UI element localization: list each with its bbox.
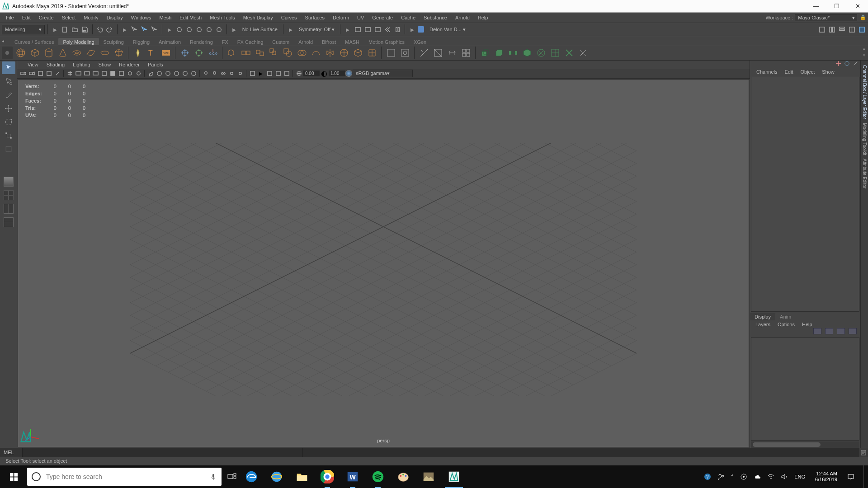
vp-bookmark-button[interactable] <box>28 70 36 78</box>
command-input[interactable] <box>23 448 303 457</box>
channelbox-menu-edit[interactable]: Edit <box>781 68 797 75</box>
vp-arrow-icon[interactable]: ▸ <box>257 70 265 78</box>
layers-menu-layers[interactable]: Layers <box>752 321 774 328</box>
mic-icon[interactable] <box>210 473 217 480</box>
vp-grease-button[interactable] <box>53 70 61 78</box>
vp-2d-pan-button[interactable] <box>45 70 53 78</box>
notifications-tray-icon[interactable] <box>847 473 854 480</box>
boolean-intersect-button[interactable] <box>296 47 308 59</box>
menu-surfaces[interactable]: Surfaces <box>301 14 329 21</box>
connect-button[interactable] <box>446 47 458 59</box>
menu-windows[interactable]: Windows <box>127 14 156 21</box>
workspace-selector[interactable]: Maya Classic*▾ <box>795 14 857 21</box>
module-selector[interactable]: Modeling▾ <box>2 25 45 34</box>
wifi-tray-icon[interactable] <box>767 473 774 480</box>
target-weld-button[interactable] <box>432 47 444 59</box>
vp-view-transform-toggle[interactable] <box>345 70 352 77</box>
vp-gamma-field[interactable]: 1.00 <box>329 70 345 76</box>
menu-display[interactable]: Display <box>103 14 127 21</box>
remesh-button[interactable] <box>366 47 378 59</box>
poly-sphere-button[interactable] <box>14 47 27 59</box>
layer-tab-display[interactable]: Display <box>750 313 775 320</box>
vp-light-all-button[interactable] <box>210 70 218 78</box>
language-indicator[interactable]: ENG <box>794 474 805 479</box>
side-tab-attribute-editor[interactable]: Attribute Editor <box>862 157 868 190</box>
layout-button[interactable] <box>2 216 15 229</box>
vp-resolution-gate-toggle[interactable] <box>83 70 91 78</box>
collapse-group-icon[interactable]: ▸ <box>408 25 417 34</box>
word-app[interactable]: W <box>340 465 365 488</box>
menu-modify[interactable]: Modify <box>80 14 102 21</box>
shelf-scroll[interactable]: ▴▾ <box>861 46 867 60</box>
layers-menu-options[interactable]: Options <box>774 321 798 328</box>
side-tab-modeling-toolkit[interactable]: Modeling Toolkit <box>862 121 868 157</box>
quaddraw-button[interactable] <box>460 47 472 59</box>
layer-button-2[interactable] <box>825 328 833 334</box>
vp-select-camera-button[interactable] <box>19 70 27 78</box>
scale-tool[interactable] <box>2 129 15 142</box>
snap-plane-button[interactable] <box>205 25 214 34</box>
manip-icon[interactable] <box>835 61 841 66</box>
new-scene-button[interactable] <box>61 25 70 34</box>
vp-xray-joints-button[interactable] <box>164 70 172 78</box>
collapse-group-icon[interactable]: ▸ <box>286 25 295 34</box>
snap-curve-button[interactable] <box>185 25 194 34</box>
poly-svg-button[interactable]: SVG <box>160 47 172 59</box>
vp-light-flat-button[interactable] <box>227 70 236 78</box>
select-by-hierarchy-button[interactable] <box>130 25 139 34</box>
bevel-button[interactable] <box>493 47 505 59</box>
menu-edit-mesh[interactable]: Edit Mesh <box>175 14 206 21</box>
bridge-button[interactable] <box>507 47 519 59</box>
vp-snap1-button[interactable] <box>265 70 274 78</box>
collapse-edge-button[interactable] <box>549 47 561 59</box>
save-scene-button[interactable] <box>80 25 90 34</box>
vp-wireframe-button[interactable] <box>100 70 108 78</box>
account-dropdown[interactable]: Delon Van D... ▾ <box>427 27 468 33</box>
toggle-outliner-button[interactable] <box>837 25 846 34</box>
script-language-selector[interactable]: MEL <box>0 448 23 457</box>
open-scene-button[interactable] <box>71 25 80 34</box>
vp-colorspace-dropdown[interactable]: sRGB gamma ▾ <box>353 70 413 77</box>
volume-tray-icon[interactable] <box>781 473 788 480</box>
vp-grid-toggle[interactable] <box>66 70 74 78</box>
vp-lights-button[interactable] <box>126 70 134 78</box>
menu-create[interactable]: Create <box>35 14 58 21</box>
fill-hole-button[interactable] <box>535 47 547 59</box>
extract-button[interactable] <box>254 47 266 59</box>
boolean-union-button[interactable] <box>268 47 280 59</box>
menu-mesh[interactable]: Mesh <box>155 14 175 21</box>
poly-superellipse-button[interactable] <box>132 47 144 59</box>
menu-mesh-display[interactable]: Mesh Display <box>239 14 277 21</box>
tray-chevron-icon[interactable]: ˄ <box>731 474 734 480</box>
select-by-component-button[interactable] <box>150 25 159 34</box>
menu-generate[interactable]: Generate <box>368 14 397 21</box>
render-frame-button[interactable] <box>363 25 372 34</box>
photos-app[interactable] <box>416 465 441 488</box>
poly-cylinder-button[interactable] <box>42 47 55 59</box>
collapse-group-icon[interactable]: ▸ <box>343 25 352 34</box>
layers-menu-help[interactable]: Help <box>798 321 816 328</box>
taskbar-clock[interactable]: 12:44 AM6/16/2019 <box>811 471 841 483</box>
boolean-diff-button[interactable] <box>282 47 294 59</box>
vp-aa-button[interactable] <box>189 70 198 78</box>
paint-app[interactable] <box>391 465 416 488</box>
delete-edge-button[interactable] <box>563 47 575 59</box>
toggle-modeling-toolkit-button[interactable] <box>817 25 826 34</box>
start-button[interactable] <box>0 465 27 488</box>
rewind-button[interactable] <box>383 25 392 34</box>
show-desktop-button[interactable] <box>863 465 866 488</box>
vp-shaded-button[interactable] <box>108 70 117 78</box>
lock-icon[interactable]: 🔒 <box>860 14 866 21</box>
close-button[interactable]: ✕ <box>847 0 868 13</box>
mirror-button[interactable] <box>324 47 336 59</box>
side-tab-channel-box-layer-editor[interactable]: Channel Box / Layer Editor <box>862 63 868 121</box>
snap-grid-button[interactable] <box>175 25 184 34</box>
select-by-object-button[interactable] <box>140 25 149 34</box>
sphere-icon[interactable] <box>844 61 850 66</box>
script-editor-button[interactable] <box>858 448 868 457</box>
multicut-button[interactable] <box>418 47 430 59</box>
vp-xray-button[interactable] <box>155 70 163 78</box>
toggle-channelbox-button[interactable] <box>847 25 856 34</box>
four-layout-button[interactable] <box>2 202 15 215</box>
collapse-group-icon[interactable]: ▸ <box>120 25 129 34</box>
